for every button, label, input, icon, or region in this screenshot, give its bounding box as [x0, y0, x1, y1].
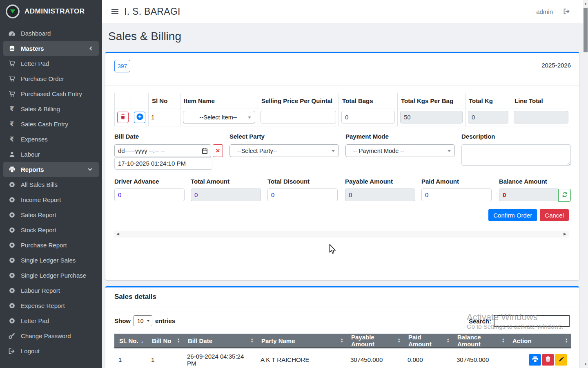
add-row-button[interactable] [134, 112, 145, 123]
clear-date-button[interactable]: × [213, 144, 223, 157]
description-textarea[interactable] [461, 144, 571, 166]
total-amount-input [191, 188, 261, 201]
sort-bill-no[interactable]: Bill No▲▼ [147, 334, 183, 348]
sidebar-item-label: Logout [21, 348, 40, 355]
sidebar-item-labour-report[interactable]: Labour Report [0, 283, 102, 298]
rupee-icon: ₹ [7, 135, 16, 143]
selling-price-input[interactable] [261, 111, 336, 123]
sort-paid[interactable]: Paid Amount▲▼ [403, 334, 452, 348]
calendar-icon[interactable] [202, 148, 207, 154]
sidebar-item-label: Expenses [21, 136, 48, 143]
sidebar-item-single-ledger-purchase[interactable]: Single Ledger Purchase [0, 268, 102, 283]
sidebar-item-single-ledger-sales[interactable]: Single Ledger Sales [0, 253, 102, 268]
sidebar-item-letter-pad[interactable]: Letter Pad [0, 56, 102, 71]
user-icon [7, 151, 16, 157]
scroll-right-icon[interactable]: ▶ [564, 231, 566, 238]
sidebar-item-label: Letter Pad [21, 60, 49, 67]
bill-fields: Bill Date Select Party Payment Mode Desc… [114, 133, 571, 178]
print-bill-button[interactable] [529, 354, 541, 366]
search-control: Search: [469, 315, 570, 327]
sidebar-item-labour[interactable]: Labour [0, 147, 102, 162]
sort-party-name[interactable]: Party Name▲▼ [256, 334, 346, 348]
sidebar-item-label: Dashboard [21, 30, 51, 37]
delete-bill-button[interactable] [542, 354, 554, 366]
sort-balance[interactable]: Balance Amount▲▼ [452, 334, 508, 348]
sidebar-item-masters[interactable]: Masters [3, 41, 99, 56]
sidebar-item-logout[interactable]: Logout [0, 343, 102, 359]
confirm-order-button[interactable]: Confirm Order [488, 209, 537, 221]
total-discount-input[interactable] [267, 188, 338, 201]
refresh-balance-button[interactable] [558, 189, 571, 202]
delete-row-button[interactable] [117, 112, 129, 123]
sidebar-item-sales-report[interactable]: Sales Report [0, 207, 102, 222]
col-total-kg: Total Kg [466, 93, 511, 108]
sidebar-item-label: Reports [21, 166, 44, 173]
sort-icon: ▲▼ [177, 338, 180, 343]
sidebar-item-change-password[interactable]: Change Password [0, 328, 102, 343]
sales-table: Sl. No.▲ Bill No▲▼ Bill Date▲▼ Party Nam… [114, 334, 571, 368]
card-header-divider [105, 85, 579, 86]
sort-sl-no[interactable]: Sl. No.▲ [114, 334, 147, 348]
sidebar-item-sales-billing[interactable]: ₹Sales & Billing [0, 101, 102, 117]
search-input[interactable] [494, 315, 570, 327]
scroll-down-icon[interactable]: ▼ [583, 361, 588, 367]
driver-advance-input[interactable] [114, 188, 185, 201]
cancel-button[interactable]: Cancel [540, 209, 569, 221]
menu-toggle-icon[interactable] [111, 9, 118, 14]
sidebar-item-label: Purchased Cash Entry [21, 90, 82, 97]
sidebar-item-dashboard[interactable]: Dashboard [0, 26, 102, 41]
total-discount-field: Total Discount [267, 178, 338, 201]
sidebar-item-letter-pad[interactable]: Letter Pad [0, 313, 102, 328]
sort-bill-date[interactable]: Bill Date▲▼ [183, 334, 256, 348]
current-datetime: 17-10-2025 01:24:10 PM [114, 157, 212, 170]
party-select[interactable]: --Select Party-- [229, 144, 339, 157]
col-line-total: Line Total [511, 93, 571, 108]
sidebar-item-label: Sales Report [21, 211, 56, 218]
sidebar-item-label: Masters [21, 45, 44, 52]
sort-payable[interactable]: Payable Amount▲▼ [346, 334, 403, 348]
financial-year: 2025-2026 [541, 62, 571, 69]
sidebar-item-label: Stock Report [21, 227, 56, 233]
sidebar-item-all-sales-bills[interactable]: All Sales Bills [0, 177, 102, 192]
brand-title: ADMINISTRATOR [24, 7, 85, 16]
sidebar-item-label: Single Ledger Purchase [21, 272, 86, 279]
total-bags-input[interactable] [341, 111, 395, 123]
sidebar-item-income-report[interactable]: Income Report [0, 192, 102, 207]
vertical-scrollbar[interactable]: ▲ ▼ [583, 0, 588, 368]
sidebar-item-purchased-cash-entry[interactable]: Purchased Cash Entry [0, 86, 102, 101]
search-label: Search: [469, 318, 491, 325]
sidebar-item-label: Purchase Order [21, 75, 64, 82]
item-select[interactable]: --Select Item-- [183, 111, 255, 123]
col-delete [115, 93, 131, 108]
sidebar-item-expenses[interactable]: ₹Expenses [0, 132, 102, 147]
scrollbar-thumb[interactable] [584, 8, 588, 52]
scroll-up-icon[interactable]: ▲ [583, 1, 588, 7]
col-action: Action▲▼ [508, 334, 571, 348]
sidebar-item-label: Sales & Billing [21, 105, 60, 112]
cart-icon [7, 61, 16, 67]
card-header-divider [105, 307, 579, 307]
page-size-select[interactable]: 10 [134, 315, 152, 326]
sidebar-item-purchase-order[interactable]: Purchase Order [0, 71, 102, 86]
logout-icon[interactable] [564, 9, 570, 14]
key-icon [7, 333, 16, 339]
scroll-left-icon[interactable]: ◀ [116, 231, 119, 238]
sort-icon: ▲▼ [447, 338, 450, 343]
sidebar-item-reports[interactable]: Reports [3, 162, 99, 177]
balance-amount-input [499, 188, 558, 201]
dot-circle-icon [7, 287, 16, 294]
topbar: I. S. BARAGI admin [102, 0, 583, 23]
payment-mode-select[interactable]: -- Payment Mode -- [345, 144, 455, 157]
sidebar-item-label: Single Ledger Sales [21, 257, 76, 264]
cell-paid: 0.000 [403, 348, 452, 368]
bill-date-input[interactable]: dd-----yyyy --:-- -- [114, 144, 211, 157]
sidebar-item-expense-report[interactable]: Expense Report [0, 298, 102, 313]
sidebar-item-sales-cash-entry[interactable]: ₹Sales Cash Entry [0, 117, 102, 132]
edit-bill-button[interactable] [555, 354, 567, 366]
chevron-left-icon [89, 46, 92, 51]
horizontal-scrollbar[interactable]: ◀ ▶ [114, 231, 569, 238]
paid-amount-input[interactable] [421, 188, 492, 201]
sidebar-item-purchase-report[interactable]: Purchase Report [0, 238, 102, 253]
user-menu[interactable]: admin [536, 8, 553, 15]
sidebar-item-stock-report[interactable]: Stock Report [0, 222, 102, 238]
